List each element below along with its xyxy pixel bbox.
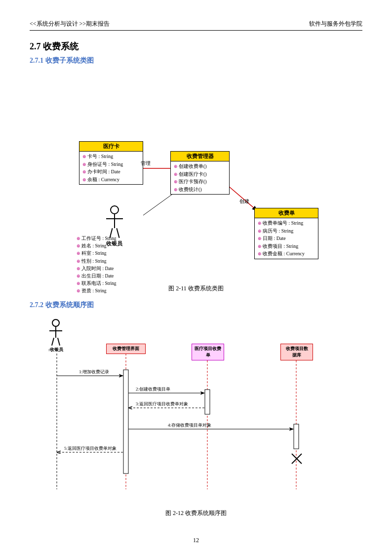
seq-cashier-actor: :收银员 (48, 319, 63, 353)
svg-text:4:存储收费项目单对象: 4:存储收费项目单对象 (168, 423, 211, 428)
svg-rect-11 (294, 424, 299, 449)
cashier-attrs: 工作证号 : String 姓名 : String 科室 : String 性别… (77, 235, 117, 295)
svg-line-22 (292, 454, 302, 464)
fee-manager-class: 收费管理器 创建收费单() 创建医疗卡() 医疗卡预存() 收费统计() (170, 151, 230, 195)
manage-label: 管理 (141, 160, 151, 167)
page-number: 12 (193, 537, 199, 544)
fig-caption-2: 图 2-12 收费系统顺序图 (30, 509, 362, 517)
header-left: <<系统分析与设计 >>期末报告 (30, 20, 110, 28)
footer: 12 (0, 537, 392, 544)
fee-manager-header: 收费管理器 (171, 152, 229, 161)
seq-fee-mgr-box: 收费管理界面 (106, 344, 146, 354)
svg-rect-10 (205, 390, 210, 414)
medical-card-class: 医疗卡 卡号 : String 身份证号 : String 办卡时间 : Dat… (79, 141, 143, 185)
svg-text:5:返回医疗项目收费单对象: 5:返回医疗项目收费单对象 (64, 446, 117, 451)
page: <<系统分析与设计 >>期末报告 软件与服务外包学院 2.7 收费系统 2.7.… (0, 0, 392, 554)
cashier-head (110, 205, 119, 214)
svg-text:3:返回医疗项目收费单对象: 3:返回医疗项目收费单对象 (136, 401, 188, 406)
fee-bill-class: 收费单 收费单编号 : String 病历号 : String 日期 : Dat… (254, 208, 318, 259)
header: <<系统分析与设计 >>期末报告 软件与服务外包学院 (30, 20, 362, 31)
medical-card-header: 医疗卡 (79, 142, 143, 152)
svg-rect-9 (123, 370, 128, 474)
subsection2-title: 2.7.2 收费系统顺序图 (30, 301, 362, 310)
fee-bill-body: 收费单编号 : String 病历号 : String 日期 : Date 收费… (255, 218, 318, 259)
class-diagram: 医疗卡 卡号 : String 身份证号 : String 办卡时间 : Dat… (30, 72, 362, 279)
create-label: 创建 (239, 198, 249, 205)
section-title: 2.7 收费系统 (30, 40, 362, 52)
fee-manager-body: 创建收费单() 创建医疗卡() 医疗卡预存() 收费统计() (171, 161, 229, 194)
medical-card-body: 卡号 : String 身份证号 : String 办卡时间 : Date 余额… (79, 152, 143, 184)
subsection1-title: 2.7.1 收费子系统类图 (30, 56, 362, 65)
seq-cashier-label: :收银员 (48, 347, 63, 353)
svg-line-23 (292, 454, 302, 464)
fee-bill-header: 收费单 (255, 208, 318, 218)
header-right: 软件与服务外包学院 (309, 20, 362, 28)
svg-text:2:创建收费项目单: 2:创建收费项目单 (136, 387, 170, 392)
seq-fee-db-box: 收费项目数据库 (280, 344, 313, 360)
seq-diagram: 1:增加收费记录 2:创建收费项目单 3:返回医疗项目收费单对象 4:存储收费项… (30, 317, 362, 504)
seq-med-fee-box: 医疗项目收费单 (192, 344, 224, 360)
svg-text:1:增加收费记录: 1:增加收费记录 (79, 369, 109, 374)
